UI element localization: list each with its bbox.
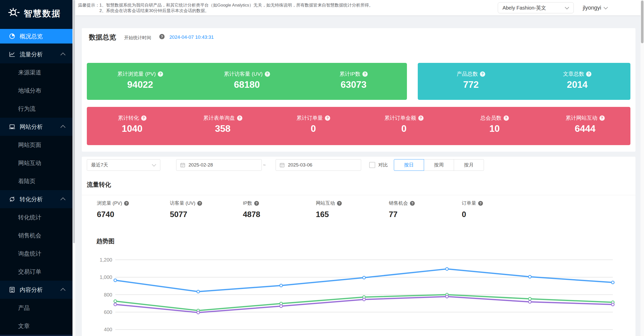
sidebar-item-12[interactable]: 询盘统计 <box>0 244 72 263</box>
start-date-input[interactable]: 2025-02-28 <box>176 159 262 171</box>
help-icon[interactable]: ? <box>237 115 242 121</box>
help-icon[interactable]: ? <box>410 201 415 206</box>
sidebar-group-9[interactable]: 转化分析 <box>0 190 72 208</box>
data-point[interactable] <box>114 303 117 306</box>
sidebar-group-14[interactable]: 内容分析 <box>0 281 72 299</box>
main-area: 温馨提示： 1、智慧数据系统为我司自研产品，和其它统计分析类平台（如Google… <box>75 0 640 336</box>
sidebar-subitem-label: 销售机会 <box>18 232 41 239</box>
sidebar-item-2[interactable]: 来源渠道 <box>0 63 72 81</box>
help-icon[interactable]: ? <box>158 71 163 77</box>
start-time-link[interactable]: 2024-04-07 10:43:31 <box>169 34 214 40</box>
sidebar-item-7[interactable]: 网站互动 <box>0 154 72 172</box>
funnel-stat-3: 网站互动?165 <box>316 200 389 219</box>
stat-label: 累计访客量 (UV)? <box>224 70 270 77</box>
data-point[interactable] <box>446 295 448 298</box>
help-icon[interactable]: ? <box>337 201 342 206</box>
help-icon[interactable]: ? <box>362 71 368 77</box>
sidebar-group-5[interactable]: 网站分析 <box>0 118 72 136</box>
help-icon[interactable]: ? <box>254 201 259 206</box>
data-point[interactable] <box>363 298 365 301</box>
help-icon[interactable]: ? <box>504 115 509 121</box>
help-icon[interactable]: ? <box>586 71 591 77</box>
granularity-button-0[interactable]: 按日 <box>394 159 424 171</box>
sidebar-item-3[interactable]: 地域分布 <box>0 81 72 100</box>
chevron-up-icon <box>60 125 65 130</box>
sidebar-group-1[interactable]: 流量分析 <box>0 45 72 63</box>
sidebar-item-label: 概况总览 <box>20 32 43 40</box>
sidebar-item-10[interactable]: 转化统计 <box>0 208 72 226</box>
stat-label: 文章总数? <box>563 70 591 77</box>
conversion-stat-0: 累计转化?1040 <box>87 107 177 145</box>
help-icon[interactable]: ? <box>265 71 270 77</box>
sidebar-subitem-label: 网站页面 <box>18 141 41 149</box>
sidebar-scrollbar-track[interactable] <box>72 0 75 336</box>
granularity-button-2[interactable]: 按月 <box>454 159 484 171</box>
site-select[interactable]: Abely Fashion-英文 <box>498 2 574 13</box>
stat-label: 累计表单询盘? <box>203 114 242 121</box>
sidebar-item-0[interactable]: 概况总览 <box>0 27 72 45</box>
sidebar-item-15[interactable]: 产品 <box>0 299 72 317</box>
compare-checkbox[interactable] <box>369 162 375 168</box>
sidebar-subitem-label: 行为流 <box>18 105 35 113</box>
data-point[interactable] <box>280 305 283 308</box>
data-point[interactable] <box>528 275 531 278</box>
help-icon[interactable]: ? <box>141 115 146 121</box>
conversion-totals-card: 累计转化?1040累计表单询盘?358累计订单量?0累计订单金额?0总会员数?1… <box>87 107 630 145</box>
date-range-select[interactable]: 最近7天 <box>87 159 160 171</box>
sidebar-subitem-label: 着陆页 <box>18 177 35 185</box>
y-axis-tick-label: 400 <box>104 327 112 332</box>
data-point[interactable] <box>280 284 283 287</box>
funnel-stat-label: 销售机会? <box>389 200 462 206</box>
stat-value: 6444 <box>575 123 595 134</box>
conversion-stat-1: 累计表单询盘?358 <box>177 107 268 145</box>
sidebar-item-6[interactable]: 网站页面 <box>0 136 72 154</box>
funnel-stat-label: 访客量 (UV)? <box>170 200 243 206</box>
data-point[interactable] <box>612 303 614 306</box>
chevron-down-icon <box>603 5 608 9</box>
stat-value: 68180 <box>234 79 260 90</box>
sidebar-item-16[interactable]: 文章 <box>0 317 72 335</box>
page-scrollbar-track[interactable] <box>640 0 644 336</box>
data-point[interactable] <box>612 281 614 284</box>
stat-value: 358 <box>215 123 231 134</box>
sidebar-item-8[interactable]: 着陆页 <box>0 172 72 190</box>
stat-label-text: 累计订单金额 <box>385 114 416 121</box>
sidebar-item-4[interactable]: 行为流 <box>0 100 72 118</box>
page-scrollbar-thumb[interactable] <box>641 1 643 43</box>
user-menu[interactable]: jlyongyi <box>583 5 608 11</box>
sidebar-item-11[interactable]: 销售机会 <box>0 226 72 244</box>
data-point[interactable] <box>197 290 200 293</box>
end-date-input[interactable]: 2025-03-06 <box>276 159 361 171</box>
trend-chart-title: 趋势图 <box>96 237 115 245</box>
data-point[interactable] <box>528 301 531 303</box>
sidebar-active-item[interactable]: 概况总览 <box>0 29 72 44</box>
data-point[interactable] <box>197 311 200 314</box>
overview-card: 数据总览 开始统计时间 ? 2024-04-07 10:43:31 累计浏览量 … <box>82 28 635 152</box>
data-point[interactable] <box>363 276 365 279</box>
data-point[interactable] <box>114 279 117 282</box>
sidebar-item-13[interactable]: 交易订单 <box>0 263 72 281</box>
help-icon[interactable]: ? <box>478 201 483 206</box>
y-axis-tick-label: 800 <box>104 292 112 298</box>
content-stat-1: 文章总数?2014 <box>524 63 631 100</box>
help-icon[interactable]: ? <box>480 71 485 77</box>
help-icon[interactable]: ? <box>124 201 129 206</box>
help-icon[interactable]: ? <box>325 115 330 121</box>
sidebar-scrollbar-thumb[interactable] <box>73 0 75 243</box>
help-icon[interactable]: ? <box>599 115 605 121</box>
sidebar-subitem-label: 转化统计 <box>18 214 41 221</box>
stat-value: 94022 <box>127 79 153 90</box>
start-time-label: 开始统计时间 <box>124 35 151 41</box>
data-point[interactable] <box>114 300 117 303</box>
data-point[interactable] <box>446 268 448 270</box>
calendar-icon <box>279 162 285 168</box>
data-point[interactable] <box>528 298 531 300</box>
help-icon[interactable]: ? <box>159 34 165 39</box>
funnel-stat-label-text: 销售机会 <box>389 200 408 206</box>
funnel-stat-0: 浏览量 (PV)?6740 <box>97 200 170 219</box>
stat-label: 累计网站互动? <box>566 114 605 121</box>
content-totals-card: 产品总数?772文章总数?2014 <box>418 63 630 100</box>
help-icon[interactable]: ? <box>418 115 424 121</box>
granularity-button-1[interactable]: 按周 <box>424 159 454 171</box>
help-icon[interactable]: ? <box>197 201 202 206</box>
